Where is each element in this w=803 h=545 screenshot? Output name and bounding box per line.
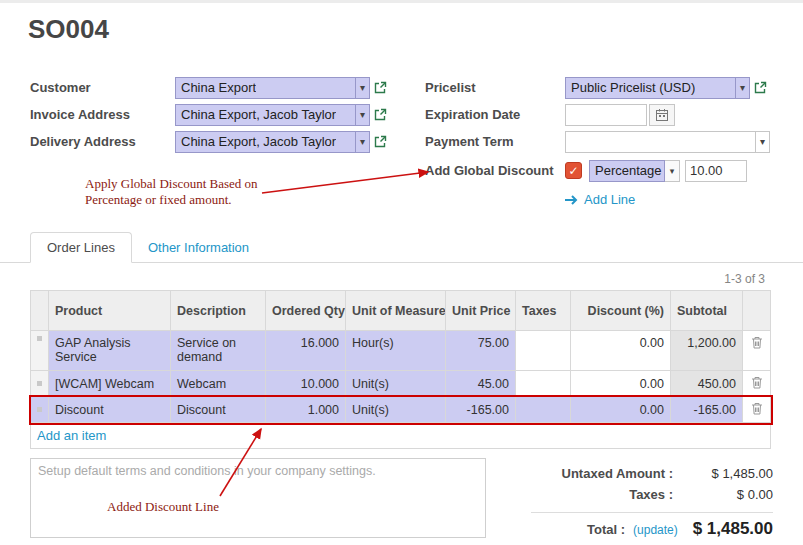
payment-term-label: Payment Term: [425, 134, 565, 149]
delete-line-button[interactable]: [743, 331, 771, 371]
delivery-address-select[interactable]: China Export, Jacob Taylor ▾: [175, 131, 370, 153]
row-handle[interactable]: [31, 331, 49, 371]
calendar-icon[interactable]: [649, 104, 675, 126]
untaxed-value: $ 1,485.00: [673, 466, 773, 481]
header-handle: [31, 291, 49, 331]
cell-uom[interactable]: Unit(s): [346, 371, 446, 397]
customer-select[interactable]: China Export ▾: [175, 77, 370, 99]
cell-taxes[interactable]: [516, 397, 571, 423]
update-link[interactable]: (update): [633, 523, 678, 537]
external-link-icon[interactable]: [754, 81, 767, 94]
field-payment-term: Payment Term ▾: [425, 128, 777, 155]
cell-price[interactable]: 45.00: [446, 371, 516, 397]
payment-term-select[interactable]: ▾: [565, 131, 770, 153]
discount-mode-select[interactable]: Percentage: [589, 160, 665, 182]
cell-subtotal: 450.00: [671, 371, 743, 397]
row-handle[interactable]: [31, 371, 49, 397]
invoice-address-select[interactable]: China Export, Jacob Taylor ▾: [175, 104, 370, 126]
expiration-date-input[interactable]: [565, 104, 647, 126]
drag-handle-icon: [37, 336, 42, 341]
discount-amount-input[interactable]: [685, 160, 747, 182]
order-line-row-discount: Discount Discount 1.000 Unit(s) -165.00 …: [31, 397, 771, 423]
sales-order-page: SO004 Customer China Export ▾ Invoice Ad…: [0, 0, 803, 545]
cell-discount[interactable]: 0.00: [571, 371, 671, 397]
header-taxes[interactable]: Taxes: [516, 291, 571, 331]
totals-divider: [531, 512, 773, 513]
header-product[interactable]: Product: [49, 291, 171, 331]
untaxed-row: Untaxed Amount : $ 1,485.00: [531, 463, 773, 484]
field-pricelist: Pricelist Public Pricelist (USD) ▾: [425, 74, 777, 101]
form-right-column: Pricelist Public Pricelist (USD) ▾ Expir…: [425, 74, 777, 213]
external-link-icon[interactable]: [374, 135, 387, 148]
annotation-global-discount: Apply Global Discount Based on Percentag…: [85, 176, 258, 208]
terms-textarea[interactable]: [30, 458, 486, 538]
cell-description[interactable]: Service on demand: [171, 331, 266, 371]
taxes-label: Taxes :: [531, 487, 673, 502]
global-discount-checkbox[interactable]: ✓: [565, 162, 582, 179]
add-an-item-link[interactable]: Add an item: [37, 428, 106, 443]
tab-order-lines[interactable]: Order Lines: [30, 232, 132, 263]
external-link-icon[interactable]: [374, 81, 387, 94]
tab-other-information[interactable]: Other Information: [132, 233, 265, 262]
customer-value: China Export: [181, 80, 256, 95]
field-customer: Customer China Export ▾: [30, 74, 418, 101]
header-unit-of-measure[interactable]: Unit of Measure: [346, 291, 446, 331]
page-title: SO004: [28, 14, 109, 45]
pricelist-label: Pricelist: [425, 80, 565, 95]
cell-uom[interactable]: Hour(s): [346, 331, 446, 371]
pricelist-value: Public Pricelist (USD): [571, 80, 695, 95]
cell-uom[interactable]: Unit(s): [346, 397, 446, 423]
untaxed-label: Untaxed Amount :: [531, 466, 673, 481]
drag-handle-icon: [37, 407, 42, 412]
header-ordered-qty[interactable]: Ordered Qty: [266, 291, 346, 331]
cell-taxes[interactable]: [516, 371, 571, 397]
table-header-row: Product Description Ordered Qty Unit of …: [31, 291, 771, 331]
cell-price[interactable]: -165.00: [446, 397, 516, 423]
field-expiration-date: Expiration Date: [425, 101, 777, 128]
discount-mode-value: Percentage: [595, 163, 662, 178]
cell-qty[interactable]: 10.000: [266, 371, 346, 397]
chevron-down-icon[interactable]: ▾: [665, 160, 680, 182]
field-global-discount: Add Global Discount ✓ Percentage ▾: [425, 155, 777, 186]
delete-line-button[interactable]: [743, 371, 771, 397]
pager: 1-3 of 3: [724, 272, 765, 286]
header-subtotal[interactable]: Subtotal: [671, 291, 743, 331]
pricelist-select[interactable]: Public Pricelist (USD) ▾: [565, 77, 750, 99]
expiration-date-label: Expiration Date: [425, 107, 565, 122]
cell-description[interactable]: Webcam: [171, 371, 266, 397]
total-value: $ 1,485.00: [678, 519, 773, 539]
delete-line-button[interactable]: [743, 397, 771, 423]
external-link-icon[interactable]: [374, 108, 387, 121]
totals-panel: Untaxed Amount : $ 1,485.00 Taxes : $ 0.…: [531, 463, 773, 545]
cell-taxes[interactable]: [516, 331, 571, 371]
form-left-column: Customer China Export ▾ Invoice Address …: [30, 74, 418, 155]
cell-product[interactable]: Discount: [49, 397, 171, 423]
add-line-label: Add Line: [584, 192, 635, 207]
cell-product[interactable]: GAP Analysis Service: [49, 331, 171, 371]
delivery-address-label: Delivery Address: [30, 134, 175, 149]
cell-description[interactable]: Discount: [171, 397, 266, 423]
customer-label: Customer: [30, 80, 175, 95]
annotation-added-line: Added Discount Line: [107, 499, 219, 515]
trash-icon: [751, 402, 763, 415]
chevron-down-icon: ▾: [355, 78, 369, 98]
cell-qty[interactable]: 16.000: [266, 331, 346, 371]
chevron-down-icon: ▾: [355, 132, 369, 152]
cell-discount[interactable]: 0.00: [571, 331, 671, 371]
cell-price[interactable]: 75.00: [446, 331, 516, 371]
header-description[interactable]: Description: [171, 291, 266, 331]
cell-product[interactable]: [WCAM] Webcam: [49, 371, 171, 397]
add-line-link[interactable]: Add Line: [565, 192, 635, 207]
cell-discount[interactable]: 0.00: [571, 397, 671, 423]
header-unit-price[interactable]: Unit Price: [446, 291, 516, 331]
invoice-address-value: China Export, Jacob Taylor: [181, 107, 336, 122]
row-handle[interactable]: [31, 397, 49, 423]
chevron-down-icon: ▾: [755, 132, 769, 152]
trash-icon: [751, 376, 763, 389]
cell-qty[interactable]: 1.000: [266, 397, 346, 423]
header-actions: [743, 291, 771, 331]
invoice-address-label: Invoice Address: [30, 107, 175, 122]
header-discount[interactable]: Discount (%): [571, 291, 671, 331]
taxes-value: $ 0.00: [673, 487, 773, 502]
add-item-row: Add an item: [31, 423, 771, 449]
